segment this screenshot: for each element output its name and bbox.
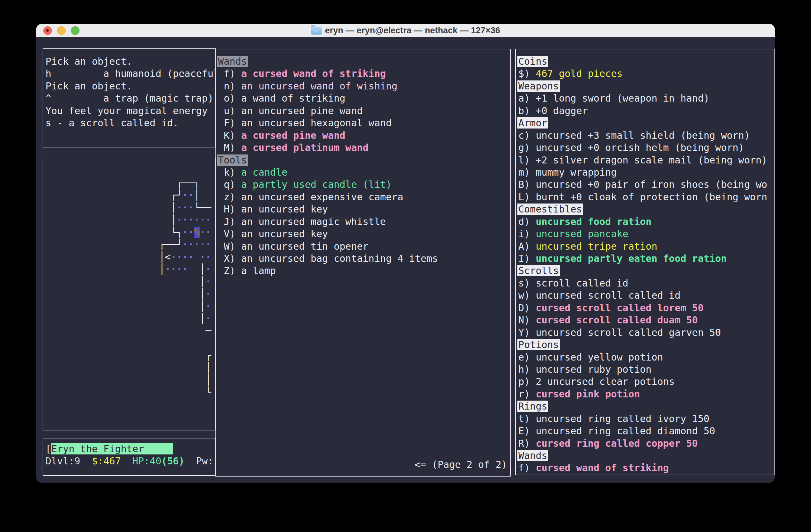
inventory-header: Weapons [518, 80, 775, 92]
inventory-item[interactable]: g) uncursed +0 orcish helm (being worn) [518, 142, 775, 154]
inventory-panel: Coins$) 467 gold piecesWeaponsa) +1 long… [515, 49, 775, 475]
message-lines: Pick an object.h a humanoid (peacefulPic… [43, 49, 215, 129]
inventory-item[interactable]: i) uncursed pancake [518, 228, 775, 240]
inventory-item[interactable]: w) uncursed scroll called id [518, 290, 775, 301]
wall-segment: └ [170, 226, 176, 238]
inventory-item[interactable]: R) cursed ring called copper 50 [518, 437, 775, 450]
menu-item[interactable]: M) a cursed platinum wand [218, 142, 510, 154]
wall-segment: │ [200, 263, 205, 275]
inventory-item[interactable]: B) uncursed +0 pair of iron shoes (being… [518, 178, 775, 191]
status-lines: [Eryn the Fighter Dlvl:9 $:467 HP:40(56)… [43, 438, 215, 468]
floor-dot: · [188, 251, 194, 263]
wall-segment: │ [170, 202, 176, 213]
menu-item[interactable]: o) a wand of striking [218, 92, 510, 105]
status-stats-line: Dlvl:9 $:467 HP:40(56) Pw: [46, 455, 215, 467]
zoom-button[interactable] [71, 26, 79, 35]
floor-dot: · [188, 239, 194, 250]
wall-segment: ┌ [159, 239, 165, 250]
menu-item[interactable]: V) an uncursed key [218, 228, 510, 240]
inventory-header: Rings [518, 400, 775, 412]
floor-dot: · [182, 263, 188, 275]
floor-dot: · [165, 263, 170, 275]
inventory-item[interactable]: f) cursed wand of striking [518, 462, 775, 474]
inventory-item[interactable]: I) uncursed partly eaten food ration [518, 252, 775, 265]
inventory-item[interactable]: t) uncursed ring called ivory 150 [518, 413, 775, 425]
menu-item[interactable]: n) an uncursed wand of wishing [218, 80, 510, 92]
menu-rows: Wands f) a cursed wand of striking n) an… [216, 49, 510, 277]
floor-dot: · [205, 214, 211, 225]
inventory-item[interactable]: l) +2 silver dragon scale mail (being wo… [518, 154, 775, 166]
wall-segment: │ [194, 189, 200, 201]
inventory-item[interactable]: A) uncursed tripe ration [518, 240, 775, 252]
inventory-item[interactable]: h) uncursed ruby potion [518, 363, 775, 376]
inventory-item[interactable]: Y) uncursed scroll called garven 50 [518, 327, 775, 339]
floor-dot: · [176, 251, 182, 263]
inventory-header: Coins [518, 56, 775, 68]
menu-item[interactable]: z) an uncursed expensive camera [218, 191, 510, 203]
map-panel: ┌──┐ ┌┘··│ │···└── │······ └┐··%·· ┌──┘·… [43, 158, 216, 431]
inventory-item[interactable]: r) cursed pink potion [518, 388, 775, 400]
floor-dot: · [188, 202, 194, 213]
floor-dot: · [200, 214, 205, 225]
floor-dot: · [194, 214, 200, 225]
wall-segment: │ [170, 214, 176, 225]
floor-dot: · [182, 239, 188, 250]
menu-item[interactable]: q) a partly used candle (lit) [218, 178, 510, 191]
menu-item[interactable]: J) an uncursed magic whistle [218, 216, 510, 228]
menu-header: Tools [218, 154, 510, 166]
inventory-item[interactable]: s) scroll called id [518, 277, 775, 290]
wall-segment: │ [200, 300, 205, 312]
menu-item[interactable]: Z) a lamp [218, 265, 510, 277]
floor-dot: · [182, 226, 188, 238]
menu-item[interactable]: H) an uncursed key [218, 203, 510, 215]
floor-dot: · [205, 313, 211, 324]
menu-item[interactable]: k) a candle [218, 166, 510, 178]
inventory-item[interactable]: p) 2 uncursed clear potions [518, 376, 775, 388]
wall-segment: ─ [205, 202, 211, 213]
floor-dot: · [182, 202, 188, 213]
menu-item[interactable]: W) an uncursed tin opener [218, 240, 510, 252]
inventory-item[interactable]: b) +0 dagger [518, 105, 775, 117]
inventory-item[interactable]: D) cursed scroll called lorem 50 [518, 302, 775, 314]
menu-item[interactable]: f) a cursed wand of striking [218, 68, 510, 80]
menu-header: Wands [218, 56, 510, 68]
inventory-header: Wands [518, 450, 775, 462]
wall-segment: ─ [188, 177, 194, 188]
inventory-item[interactable]: a) +1 long sword (weapon in hand) [518, 92, 775, 105]
wall-segment: ─ [182, 177, 188, 188]
message-panel: Pick an object.h a humanoid (peacefulPic… [43, 48, 216, 147]
message-line: ^ a trap (magic trap) [46, 92, 215, 105]
window-title: eryn — eryn@electra — nethack — 127×36 [325, 26, 500, 35]
wall-segment: │ [159, 251, 165, 263]
page-indicator: <= (Page 2 of 2) [414, 459, 507, 471]
floor-dot: · [188, 214, 194, 225]
window-controls [43, 24, 79, 37]
inventory-item[interactable]: N) cursed scroll called duam 50 [518, 314, 775, 326]
menu-item[interactable]: u) an uncursed pine wand [218, 105, 510, 117]
inventory-item[interactable]: e) uncursed yellow potion [518, 351, 775, 363]
wall-segment: │ [205, 362, 211, 373]
message-line: You feel your magical energy [46, 105, 215, 117]
close-button[interactable] [43, 26, 52, 35]
menu-item[interactable]: F) an uncursed hexagonal wand [218, 117, 510, 129]
inventory-item[interactable]: m) mummy wrapping [518, 166, 775, 178]
inventory-item[interactable]: E) uncursed ring called diamond 50 [518, 425, 775, 437]
inventory-item[interactable]: $) 467 gold pieces [518, 68, 775, 80]
inventory-item[interactable]: c) uncursed +3 small shield (being worn) [518, 129, 775, 142]
message-line: Pick an object. [46, 56, 215, 68]
folder-icon: ⌂ [311, 27, 322, 35]
menu-item[interactable]: K) a cursed pine wand [218, 129, 510, 142]
floor-dot: · [200, 251, 205, 263]
floor-dot: · [176, 214, 182, 225]
wall-segment: ┘ [176, 239, 182, 250]
wall-segment: ┘ [176, 189, 182, 201]
wall-segment: │ [205, 374, 211, 386]
inventory-item[interactable]: d) uncursed food ration [518, 216, 775, 228]
wall-segment: ┐ [194, 177, 200, 188]
menu-item[interactable]: X) an uncursed bag containing 4 items [218, 252, 510, 265]
floor-dot: · [170, 263, 176, 275]
inventory-header: Scrolls [518, 265, 775, 277]
inventory-item[interactable]: L) burnt +0 cloak of protection (being w… [518, 191, 775, 203]
minimize-button[interactable] [57, 26, 66, 35]
wall-segment: ─ [205, 325, 211, 336]
